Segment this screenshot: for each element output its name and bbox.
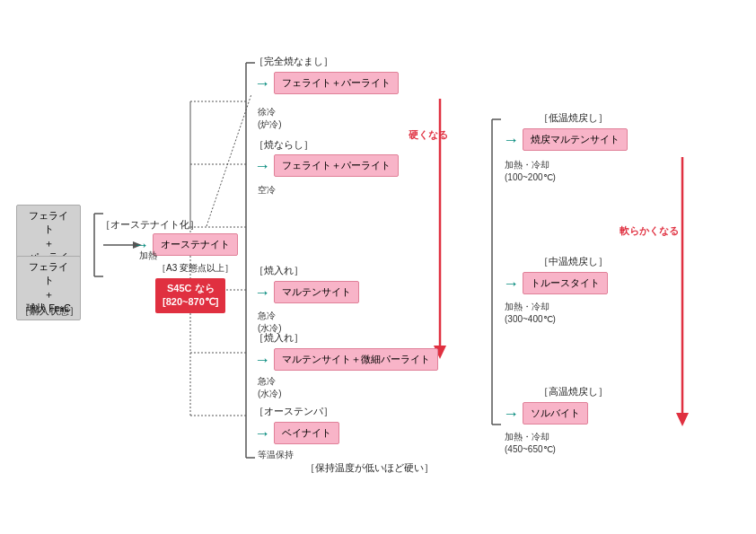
tempering2-result-box: トルースタイト	[523, 272, 608, 294]
tempering2-condition: 加熱・冷却(300~400℃)	[505, 301, 556, 326]
hardening-label: 硬くなる	[409, 128, 448, 142]
tempering3-result-box: ソルバイト	[523, 402, 588, 425]
s45c-label: S45C なら[820~870℃]	[163, 283, 218, 307]
tempering3-result-row: → ソルバイト	[503, 402, 588, 425]
tempering2-bracket: ［中温焼戻し］	[539, 256, 608, 268]
annealing-result-label: フェライト＋パーライト	[282, 77, 391, 88]
annealing-bracket: ［完全焼なまし］	[254, 56, 333, 68]
annealing-cooling: 徐冷(炉冷)	[258, 106, 282, 131]
normalizing-result-label: フェライト＋パーライト	[282, 160, 391, 171]
quenching1-result-label: マルテンサイト	[282, 286, 351, 297]
normalizing-bracket: ［焼ならし］	[254, 139, 313, 152]
softening-label: 軟らかくなる	[620, 224, 679, 238]
tempering3-condition: 加熱・冷却(450~650℃)	[505, 431, 556, 456]
tempering2-result-row: → トルースタイト	[503, 272, 608, 294]
quenching1-cooling: 急冷(水冷)	[258, 310, 282, 335]
quenching2-cooling: 急冷(水冷)	[258, 375, 282, 400]
quenching2-result-box: マルテンサイト＋微細パーライト	[274, 348, 438, 371]
tempering1-bracket: ［低温焼戻し］	[539, 112, 608, 125]
quenching1-result-row: → マルテンサイト	[254, 281, 359, 303]
heat-label: 加熱	[139, 249, 157, 262]
austempering-note: ［保持温度が低いほど硬い］	[305, 462, 434, 475]
tempering1-arrow-icon: →	[503, 132, 519, 148]
austempering-result-box: ベイナイト	[274, 422, 339, 444]
svg-line-5	[207, 94, 251, 226]
tempering3-arrow-icon: →	[503, 406, 519, 422]
quenching2-arrow-icon: →	[254, 352, 270, 368]
diagram: フェライト＋パーライト フェライト＋球状 Fe₃C ［購入状態］ ［オーステナイ…	[0, 0, 756, 534]
normalizing-result-box: フェライト＋パーライト	[274, 154, 399, 177]
a3-label: ［A3 変態点以上］	[157, 262, 233, 275]
quenching1-arrow-icon: →	[254, 285, 270, 301]
quenching1-result-box: マルテンサイト	[274, 281, 359, 303]
annealing-result-row: → フェライト＋パーライト	[254, 72, 399, 94]
annealing-arrow-icon: →	[254, 75, 270, 92]
tempering3-result-label: ソルバイト	[531, 407, 580, 418]
annealing-result-box: フェライト＋パーライト	[274, 72, 399, 94]
tempering3-bracket: ［高温焼戻し］	[539, 386, 608, 398]
normalizing-arrow-icon: →	[254, 158, 270, 174]
austempering-bracket: ［オーステンパ］	[254, 406, 333, 418]
austempering-cooling: 等温保持	[258, 449, 294, 461]
purchase-state-label: ［購入状態］	[20, 305, 79, 318]
normalizing-result-row: → フェライト＋パーライト	[254, 154, 399, 177]
quenching2-result-row: → マルテンサイト＋微細パーライト	[254, 348, 438, 371]
austenitize-bracket-label: ［オーステナイト化］	[101, 219, 199, 232]
tempering2-result-label: トルースタイト	[531, 277, 600, 288]
quenching2-result-label: マルテンサイト＋微細パーライト	[282, 354, 430, 364]
austempering-arrow-icon: →	[254, 425, 270, 442]
austempering-result-label: ベイナイト	[282, 427, 331, 438]
tempering1-condition: 加熱・冷却(100~200℃)	[505, 159, 556, 184]
austenite-label: オーステナイト	[161, 239, 230, 249]
quenching1-bracket: ［焼入れ］	[254, 265, 303, 277]
svg-marker-23	[676, 413, 689, 426]
austempering-result-row: → ベイナイト	[254, 422, 339, 444]
tempering1-result-label: 焼戻マルテンサイト	[531, 134, 620, 144]
tempering1-result-box: 焼戻マルテンサイト	[523, 128, 628, 151]
normalizing-cooling: 空冷	[258, 184, 276, 197]
austenite-box: オーステナイト	[153, 233, 238, 256]
tempering1-result-row: → 焼戻マルテンサイト	[503, 128, 628, 151]
s45c-box: S45C なら[820~870℃]	[155, 278, 225, 313]
tempering2-arrow-icon: →	[503, 276, 519, 292]
quenching2-bracket: ［焼入れ］	[254, 332, 303, 345]
